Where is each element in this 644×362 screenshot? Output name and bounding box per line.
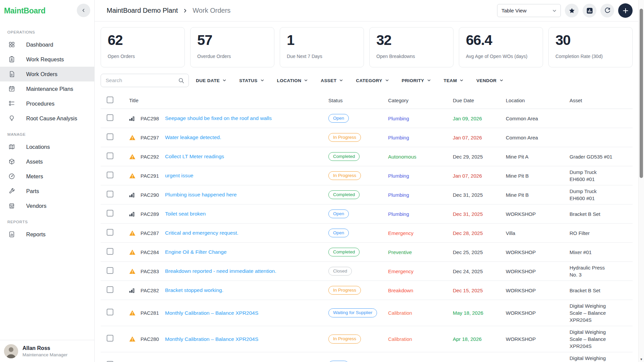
kpi-value: 57: [197, 32, 271, 48]
kpi-value: 66.4: [466, 32, 539, 48]
add-work-order-button[interactable]: [618, 3, 633, 18]
sidebar-section-label: REPORTS: [0, 220, 94, 227]
work-orders-table: Title Status Category Due Date Location …: [101, 92, 633, 362]
filter-button-asset[interactable]: ASSET: [321, 78, 343, 83]
kpi-value: 32: [376, 32, 450, 48]
workorder-title-link[interactable]: Critical and emergency request.: [165, 230, 238, 236]
column-header-category[interactable]: Category: [388, 98, 453, 103]
row-checkbox[interactable]: [107, 309, 113, 315]
view-selector-dropdown[interactable]: Table View: [497, 4, 561, 17]
sidebar-item-work-orders[interactable]: Work Orders: [0, 67, 94, 81]
refresh-button[interactable]: [600, 4, 614, 17]
chevron-down-icon: [460, 78, 464, 82]
column-header-asset[interactable]: Asset: [570, 98, 633, 103]
row-checkbox[interactable]: [107, 210, 113, 217]
workorder-title-link[interactable]: urgent issue: [165, 173, 193, 178]
sidebar-section: OPERATIONS Dashboard Work Requests Work …: [0, 30, 94, 126]
breadcrumb-parent[interactable]: MaintBoard Demo Plant: [107, 7, 178, 14]
location-label: Common Area: [506, 134, 570, 141]
sidebar-item-maintenance-plans[interactable]: Maintenance Plans: [0, 81, 94, 96]
analytics-button[interactable]: [583, 4, 596, 17]
workorder-title-link[interactable]: Monthly Calibration – Balance XPR204S: [165, 310, 258, 316]
asset-label: Digital Weighing Scale – Balance XPR204S: [570, 328, 633, 350]
row-checkbox[interactable]: [107, 114, 113, 121]
search-box: [101, 74, 189, 87]
workorder-title-link[interactable]: Plumbing issue happened here: [165, 192, 237, 197]
kpi-label: Avg Age of Open WOs (days): [466, 54, 539, 59]
row-checkbox[interactable]: [107, 133, 113, 140]
sidebar-item-vendors[interactable]: Vendors: [0, 198, 94, 213]
status-badge: Open: [328, 361, 349, 362]
work-orders-icon: [8, 71, 15, 77]
column-header-status[interactable]: Status: [328, 98, 388, 103]
sidebar-item-parts[interactable]: Parts: [0, 184, 94, 198]
sidebar-item-label: Procedures: [26, 101, 54, 107]
location-label: WORKSHOP: [506, 336, 570, 343]
sidebar-item-meters[interactable]: Meters: [0, 169, 94, 184]
filter-button-label: STATUS: [239, 78, 257, 83]
meters-icon: [8, 173, 15, 180]
column-header-title[interactable]: Title: [119, 98, 328, 103]
sidebar-item-procedures[interactable]: Procedures: [0, 96, 94, 111]
workorder-title-link[interactable]: Monthly Calibration – Balance XPR204S: [165, 336, 258, 342]
workorder-title-link[interactable]: Collect LT Meter readings: [165, 154, 224, 159]
status-badge: Open: [328, 209, 349, 219]
row-checkbox[interactable]: [107, 191, 113, 197]
favorite-button[interactable]: [565, 4, 579, 17]
sidebar-item-reports[interactable]: Reports: [0, 227, 94, 242]
location-label: Mine Pit B: [506, 172, 570, 179]
filter-button-vendor[interactable]: VENDOR: [476, 78, 503, 83]
scrollbar-down-arrow[interactable]: ▼: [639, 358, 644, 361]
priority-high-icon: [129, 310, 136, 316]
sidebar-item-dashboard[interactable]: Dashboard: [0, 37, 94, 52]
filter-button-category[interactable]: CATEGORY: [356, 78, 389, 83]
sidebar-item-work-requests[interactable]: Work Requests: [0, 52, 94, 67]
user-profile[interactable]: Allan Ross Maintenance Manager: [0, 340, 94, 362]
filter-button-status[interactable]: STATUS: [239, 78, 264, 83]
row-checkbox[interactable]: [107, 229, 113, 236]
filter-button-priority[interactable]: PRIORITY: [402, 78, 431, 83]
asset-label: Digital Weighing Scale – Balance XPR204S: [570, 302, 633, 323]
sidebar-section: MANAGE Locations Assets Meters Parts Ven…: [0, 132, 94, 213]
vendors-icon: [8, 202, 15, 209]
chevron-down-icon: [260, 78, 264, 82]
sidebar-item-assets[interactable]: Assets: [0, 154, 94, 169]
row-checkbox[interactable]: [107, 248, 113, 255]
location-label: Mine Pit B: [506, 191, 570, 198]
sidebar-collapse-button[interactable]: [77, 4, 90, 17]
filter-button-team[interactable]: TEAM: [444, 78, 464, 83]
row-checkbox[interactable]: [107, 172, 113, 178]
location-label: Common Area: [506, 115, 570, 122]
category-label: Emergency: [388, 268, 453, 275]
asset-label: Mixer #01: [570, 249, 633, 256]
location-label: Mine Pit A: [506, 153, 570, 160]
workorder-title-link[interactable]: Bracket stopped working.: [165, 287, 223, 293]
row-checkbox[interactable]: [107, 153, 113, 159]
row-checkbox[interactable]: [107, 335, 113, 342]
column-header-due-date[interactable]: Due Date: [453, 98, 506, 103]
category-label: Breakdown: [388, 287, 453, 294]
select-all-checkbox[interactable]: [107, 97, 113, 103]
workorder-title-link[interactable]: Breakdown reported - need immediate atte…: [165, 268, 276, 274]
filter-button-location[interactable]: LOCATION: [277, 78, 308, 83]
row-checkbox[interactable]: [107, 286, 113, 293]
sidebar-item-root-cause-analysis[interactable]: Root Cause Analysis: [0, 111, 94, 126]
root-cause-icon: [8, 115, 15, 122]
filter-button-due-date[interactable]: DUE DATE: [196, 78, 226, 83]
table-row: PAC284 Engine Oil & Filter Change Comple…: [101, 243, 633, 262]
priority-high-icon: [129, 249, 136, 255]
sidebar-item-locations[interactable]: Locations: [0, 139, 94, 154]
workorder-id: PAC289: [136, 210, 165, 218]
workorder-title-link[interactable]: Seepage should be fixed on the roof and …: [165, 115, 272, 121]
search-input[interactable]: [101, 74, 189, 87]
scrollbar-thumb[interactable]: [640, 9, 643, 178]
workorder-title-link[interactable]: Toilet seat broken: [165, 211, 206, 217]
category-label: Calibration: [388, 336, 453, 343]
workorder-title-link[interactable]: Engine Oil & Filter Change: [165, 249, 227, 255]
row-checkbox[interactable]: [107, 267, 113, 274]
category-label: Autonomous: [388, 153, 453, 160]
workorder-title-link[interactable]: Water leakage detected.: [165, 134, 221, 140]
column-header-location[interactable]: Location: [506, 98, 570, 103]
priority-medium-icon: [129, 192, 135, 197]
chevron-right-icon: [182, 8, 188, 13]
